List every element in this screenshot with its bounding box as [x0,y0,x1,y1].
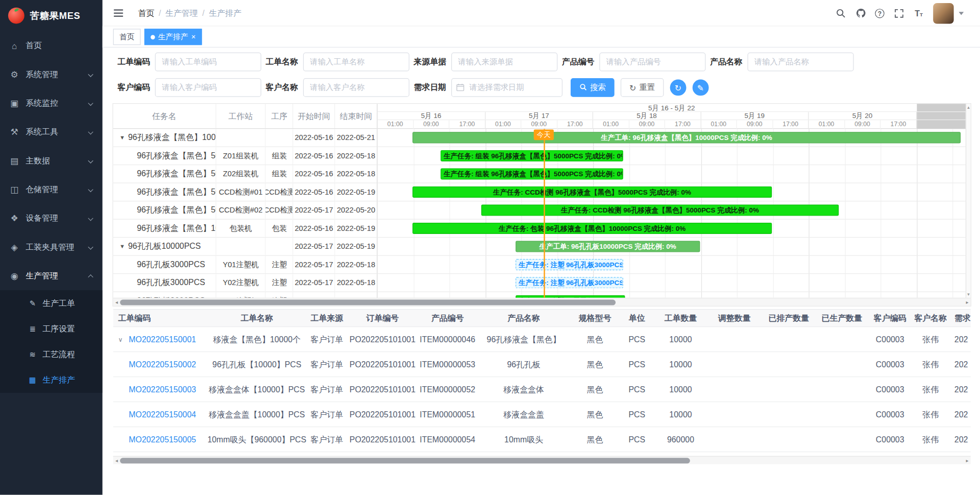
table-row[interactable]: MO20220515000510mm吸头【960000】PCS客户订单PO202… [113,427,971,452]
gantt-task-row[interactable]: ▼96孔孔板10000PCS2022-05-172022-05-19 [113,238,377,256]
app-logo[interactable]: 苦糖果MES [0,0,103,31]
sidebar-item-label: 系统工具 [26,126,85,137]
table-row[interactable]: ∨MO202205150001移液盒【黑色】10000个客户订单PO202205… [113,327,971,352]
scroll-right-icon[interactable]: ▸ [964,299,970,305]
scroll-up-icon[interactable]: ▲ [966,105,970,110]
sidebar-subitem-flow[interactable]: ≋工艺流程 [0,342,103,367]
gantt-task-row[interactable]: ▼96孔移液盒【黑色】10000PCS2022-05-162022-05-21 [113,129,377,147]
sidebar-toggle-icon[interactable] [110,5,127,20]
gantt-task-bar[interactable]: 生产任务: 组装 96孔移液盒【黑色】5000PCS 完成比例: 0% [440,150,623,161]
gantt-task-bar[interactable]: 生产任务: CCD检测 96孔移液盒【黑色】5000PCS 完成比例: 0% [412,186,772,198]
edit-button[interactable]: ✎ [693,80,709,96]
reset-button[interactable]: ↻ 重置 [621,78,664,97]
tab-1[interactable]: 生产排产× [144,29,202,45]
avatar[interactable] [933,3,953,23]
order-code-link[interactable]: MO202205150002 [129,360,196,369]
gantt-vertical-scrollbar[interactable]: ▲ ▼ [966,104,971,298]
timeline-range: 5月 16 - 5月 22 [378,104,966,112]
gantt-task-row[interactable]: 96孔移液盒【黑色】5000PCSCCD检测#02CCD检测2022-05-17… [113,201,377,220]
task-process: 组装 [266,147,293,164]
gantt-task-row[interactable]: 96孔孔板3000PCSY02注塑机注塑2022-05-172022-05-18 [113,274,377,292]
order-code-link[interactable]: MO202205150003 [129,385,196,394]
sidebar-item-monitor[interactable]: ▣系统监控 [0,89,103,117]
scroll-left-icon[interactable]: ◂ [113,299,120,305]
sidebar-subitem-process[interactable]: ≣工序设置 [0,316,103,341]
gantt-task-bar[interactable]: 生产任务: 注塑 96孔孔板3000PCS 完成比例: 0% [516,277,623,288]
order-code-link[interactable]: MO202205150004 [129,410,196,419]
table-row[interactable]: MO202205150004移液盒盒盖【10000】PCS客户订单PO20220… [113,402,971,427]
sidebar-subitem-work-order[interactable]: ✎生产工单 [0,290,103,316]
sidebar-item-warehouse[interactable]: ◫仓储管理 [0,175,103,204]
sidebar: 苦糖果MES ⌂首页⚙系统管理▣系统监控⚒系统工具▤主数据◫仓储管理❖设备管理◈… [0,0,103,495]
breadcrumb-separator: / [159,8,161,17]
gantt-task-row[interactable]: 96孔孔板3000PCSY03注塑机注塑2022-05-172022-05-18 [113,292,377,298]
scroll-left-icon[interactable]: ◂ [113,458,120,463]
text-input[interactable] [303,78,409,97]
task-start-date: 2022-05-17 [293,256,335,273]
github-icon[interactable] [855,8,866,19]
task-process: 注塑 [266,292,293,298]
help-icon[interactable]: ? [875,9,884,18]
gantt-task-row[interactable]: 96孔移液盒【黑色】10000PCS包装机包装2022-05-162022-05… [113,220,377,238]
task-start-date: 2022-05-17 [293,274,335,291]
sidebar-item-label: 设备管理 [26,213,85,224]
font-size-icon[interactable]: TT [913,8,924,19]
task-station [216,129,266,146]
sidebar-item-tools[interactable]: ⚒系统工具 [0,117,103,146]
text-input[interactable] [155,53,261,72]
scroll-right-icon[interactable]: ▸ [964,458,970,463]
timeline-hour: 09:00 [629,120,665,129]
text-input[interactable] [747,53,853,72]
user-menu-caret-icon[interactable] [959,12,964,15]
sidebar-item-database[interactable]: ▤主数据 [0,147,103,175]
sidebar-item-gear[interactable]: ⚙系统管理 [0,60,103,89]
tree-collapse-icon[interactable]: ▼ [119,134,125,140]
breadcrumb-item[interactable]: 首页 [138,7,155,18]
expand-row-icon[interactable]: ∨ [118,336,129,343]
gantt-order-bar[interactable]: 生产工单: 96孔移液盒【黑色】10000PCS 完成比例: 0% [412,132,961,143]
gantt-timeline: 5月 16 - 5月 22 5月 165月 175月 185月 195月 20 … [378,104,966,298]
text-input[interactable] [155,78,261,97]
text-input[interactable] [451,53,557,72]
search-button[interactable]: 搜索 [571,78,615,97]
gantt-horizontal-scrollbar[interactable]: ◂ ▸ [113,298,971,306]
filter-form: 工单编码工单名称来源单据产品编号产品名称 客户编码客户名称需求日期 搜索 ↻ 重… [103,48,980,97]
orders-col-header: 工单来源 [307,310,347,326]
orders-hscroll-track[interactable] [120,457,964,464]
gantt-task-bar[interactable]: 生产任务: 注塑 96孔孔板3000PCS 完成比例: 0% [516,295,625,298]
fullscreen-icon[interactable] [893,8,904,19]
close-icon[interactable]: × [191,34,196,40]
text-input[interactable] [599,53,705,72]
gantt-task-row[interactable]: 96孔孔板3000PCSY01注塑机注塑2022-05-172022-05-18 [113,256,377,274]
filter-label: 工单编码 [117,56,150,67]
gantt-task-bar[interactable]: 生产任务: 组装 96孔移液盒【黑色】5000PCS 完成比例: 0% [440,168,623,179]
gantt-task-bar[interactable]: 生产任务: 包装 96孔移液盒【黑色】10000PCS 完成比例: 0% [412,223,772,234]
tab-0[interactable]: 首页 [113,29,141,45]
orders-hscroll-thumb[interactable] [120,458,690,463]
timeline-hour: 17:00 [880,120,916,129]
timeline-hour: 09:00 [413,120,449,129]
gantt-task-bar[interactable]: 生产任务: CCD检测 96孔移液盒【黑色】5000PCS 完成比例: 0% [481,204,839,216]
scroll-down-icon[interactable]: ▼ [966,292,970,297]
orders-horizontal-scrollbar[interactable]: ◂ ▸ [113,456,971,464]
order-code-link[interactable]: MO202205150005 [129,435,196,444]
sidebar-item-production[interactable]: ◉生产管理 [0,262,103,290]
order-code-link[interactable]: MO202205150001 [129,335,196,344]
gantt-task-row[interactable]: 96孔移液盒【黑色】5000PCSZ02组装机组装2022-05-162022-… [113,165,377,183]
sidebar-item-equipment[interactable]: ❖设备管理 [0,204,103,232]
gantt-task-bar[interactable]: 生产任务: 注塑 96孔孔板3000PCS 完成比例: 0% [516,259,623,270]
table-row[interactable]: MO202205150003移液盒盒体【10000】PCS客户订单PO20220… [113,377,971,402]
search-icon[interactable] [835,8,846,19]
text-input[interactable] [303,53,409,72]
refresh-button[interactable]: ↻ [670,80,687,96]
table-row[interactable]: MO20220515000296孔孔板【10000】PCS客户订单PO20220… [113,352,971,377]
gantt-task-row[interactable]: 96孔移液盒【黑色】5000PCSZ01组装机组装2022-05-162022-… [113,147,377,166]
gantt-hscroll-track[interactable] [120,298,964,306]
gantt-hscroll-thumb[interactable] [120,300,616,305]
sidebar-item-fixture[interactable]: ◈工装夹具管理 [0,233,103,262]
tree-collapse-icon[interactable]: ▼ [119,243,125,249]
sidebar-item-home[interactable]: ⌂首页 [0,31,103,60]
gantt-task-row[interactable]: 96孔移液盒【黑色】5000PCSCCD检测#01CCD检测2022-05-16… [113,183,377,202]
sidebar-subitem-schedule[interactable]: ▦生产排产 [0,367,103,393]
date-input[interactable] [451,78,562,97]
